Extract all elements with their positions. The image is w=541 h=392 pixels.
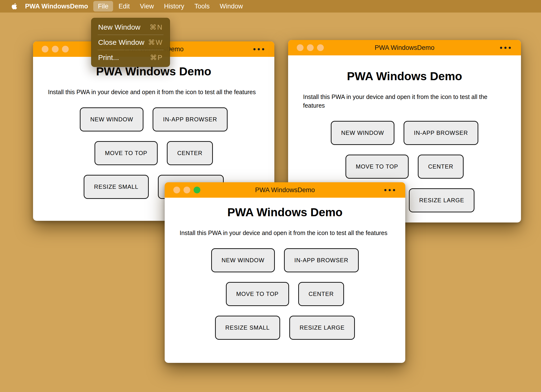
page-title: PWA Windows Demo bbox=[288, 70, 521, 83]
move-to-top-button[interactable]: MOVE TO TOP bbox=[345, 155, 409, 179]
button-row: MOVE TO TOP CENTER bbox=[33, 141, 274, 165]
move-to-top-button[interactable]: MOVE TO TOP bbox=[226, 282, 289, 306]
page-description: Install this PWA in your device and open… bbox=[48, 88, 257, 96]
page-description: Install this PWA in your device and open… bbox=[303, 92, 504, 110]
apple-menu[interactable] bbox=[7, 0, 22, 13]
menu-item-shortcut: ⌘W bbox=[148, 38, 163, 46]
menu-window[interactable]: Window bbox=[215, 1, 247, 12]
menu-bar: PWA WindowsDemo File Edit View History T… bbox=[0, 0, 541, 13]
window-body: PWA Windows Demo Install this PWA in you… bbox=[165, 206, 405, 340]
button-row: NEW WINDOW IN-APP BROWSER bbox=[33, 107, 274, 131]
button-row: NEW WINDOW IN-APP BROWSER bbox=[165, 248, 405, 272]
page-title: PWA Windows Demo bbox=[33, 65, 274, 78]
page-description: Install this PWA in your device and open… bbox=[180, 229, 388, 237]
window-titlebar[interactable]: PWA WindowsDemo bbox=[288, 40, 521, 55]
in-app-browser-button[interactable]: IN-APP BROWSER bbox=[284, 248, 359, 272]
resize-small-button[interactable]: RESIZE SMALL bbox=[215, 316, 280, 340]
new-window-button[interactable]: NEW WINDOW bbox=[80, 107, 143, 131]
menu-view[interactable]: View bbox=[135, 1, 158, 12]
menu-item-label: Print... bbox=[98, 53, 119, 62]
window-titlebar[interactable]: PWA WindowsDemo bbox=[165, 182, 405, 198]
resize-large-button[interactable]: RESIZE LARGE bbox=[289, 316, 355, 340]
window-title: PWA WindowsDemo bbox=[288, 44, 521, 52]
resize-small-button[interactable]: RESIZE SMALL bbox=[84, 175, 149, 199]
menu-item-print[interactable]: Print... ⌘P bbox=[91, 51, 170, 65]
file-menu-dropdown: New Window ⌘N Close Window ⌘W Print... ⌘… bbox=[91, 18, 170, 67]
ellipsis-icon[interactable] bbox=[500, 40, 511, 55]
menu-item-shortcut: ⌘P bbox=[150, 53, 163, 62]
menu-history[interactable]: History bbox=[159, 1, 189, 12]
menu-item-new-window[interactable]: New Window ⌘N bbox=[91, 20, 170, 34]
center-button[interactable]: CENTER bbox=[418, 155, 464, 179]
center-button[interactable]: CENTER bbox=[167, 141, 213, 165]
menu-item-shortcut: ⌘N bbox=[149, 23, 163, 31]
in-app-browser-button[interactable]: IN-APP BROWSER bbox=[404, 121, 478, 145]
in-app-browser-button[interactable]: IN-APP BROWSER bbox=[153, 107, 227, 131]
button-row: NEW WINDOW IN-APP BROWSER bbox=[288, 121, 521, 145]
menu-item-close-window[interactable]: Close Window ⌘W bbox=[91, 35, 170, 49]
menu-item-label: New Window bbox=[98, 23, 140, 31]
menu-tools[interactable]: Tools bbox=[190, 1, 214, 12]
menu-edit[interactable]: Edit bbox=[114, 1, 135, 12]
button-row: MOVE TO TOP CENTER bbox=[288, 155, 521, 179]
page-title: PWA Windows Demo bbox=[165, 206, 405, 219]
new-window-button[interactable]: NEW WINDOW bbox=[211, 248, 275, 272]
pwa-window-front: PWA WindowsDemo PWA Windows Demo Install… bbox=[165, 182, 405, 363]
button-row: RESIZE SMALL RESIZE LARGE bbox=[165, 316, 405, 340]
resize-large-button[interactable]: RESIZE LARGE bbox=[409, 188, 475, 212]
menu-item-label: Close Window bbox=[98, 38, 144, 46]
window-title: PWA WindowsDemo bbox=[165, 186, 405, 194]
menu-separator bbox=[98, 50, 163, 50]
ellipsis-icon[interactable] bbox=[384, 182, 395, 198]
app-menu[interactable]: PWA WindowsDemo bbox=[22, 0, 93, 13]
button-row: MOVE TO TOP CENTER bbox=[165, 282, 405, 306]
menu-file[interactable]: File bbox=[93, 1, 113, 12]
apple-icon bbox=[11, 2, 18, 10]
new-window-button[interactable]: NEW WINDOW bbox=[331, 121, 394, 145]
center-button[interactable]: CENTER bbox=[298, 282, 344, 306]
menu-separator bbox=[98, 35, 163, 35]
ellipsis-icon[interactable] bbox=[253, 41, 264, 57]
move-to-top-button[interactable]: MOVE TO TOP bbox=[95, 141, 158, 165]
window-body: PWA Windows Demo Install this PWA in you… bbox=[33, 65, 274, 199]
